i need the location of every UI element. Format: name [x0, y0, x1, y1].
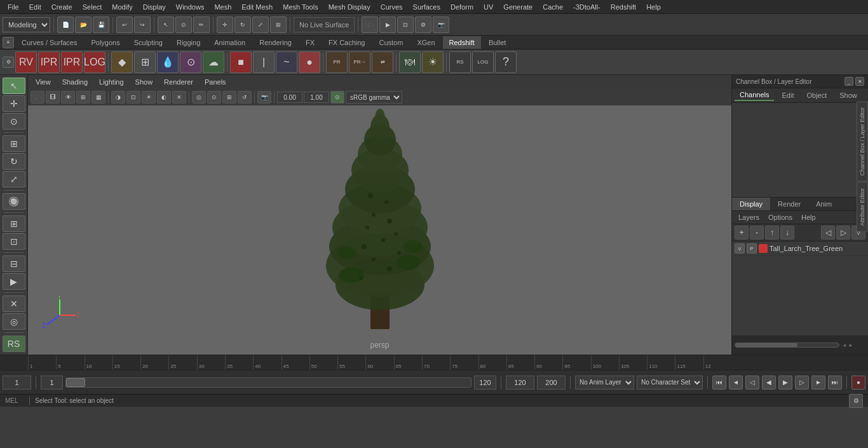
next-key-button[interactable]: ▷ [795, 376, 809, 390]
isolate-button[interactable]: ◎ [3, 313, 25, 330]
shelf-icon-circle-red[interactable]: ● [299, 51, 320, 73]
shelf-icon-pr2[interactable]: PR→ [349, 51, 370, 73]
shelf-options-button[interactable]: ≡ [3, 37, 14, 48]
xray-button[interactable]: ✕ [3, 295, 25, 312]
menu-mesh[interactable]: Mesh [209, 2, 236, 12]
shelf-icon-cube-red[interactable]: ■ [230, 51, 252, 73]
render-settings-button[interactable]: ⚙ [415, 17, 431, 33]
shelf-icon-rs-ipr[interactable]: IPR [38, 51, 60, 73]
timeline-playback-slider[interactable] [65, 377, 471, 388]
shelf-tab-polygons[interactable]: Polygons [85, 36, 126, 49]
le-toolbar-help[interactable]: Help [797, 212, 820, 222]
scale-tool-button[interactable]: ⤢ [252, 17, 269, 33]
attribute-editor-vtab[interactable]: Attribute Editor [857, 182, 868, 232]
menu-deform[interactable]: Deform [445, 2, 478, 12]
redo-button[interactable]: ↪ [134, 17, 151, 33]
layer-remove-button[interactable]: - [750, 226, 764, 240]
vp-menu-shading[interactable]: Shading [57, 77, 93, 87]
step-forward-button[interactable]: ► [811, 376, 825, 390]
redshift-icon-button[interactable]: RS [3, 336, 25, 352]
shelf-tab-rendering[interactable]: Rendering [253, 36, 298, 49]
le-toolbar-layers[interactable]: Layers [735, 212, 763, 222]
layer-pickable-button[interactable]: P [747, 243, 757, 254]
menu-mesh-display[interactable]: Mesh Display [323, 2, 376, 12]
paint-select-button[interactable]: ✏ [193, 17, 210, 33]
cb-tab-edit[interactable]: Edit [776, 90, 799, 100]
shelf-icon-rs-ipr2[interactable]: IPR [61, 51, 83, 73]
step-back-button[interactable]: ◄ [729, 376, 743, 390]
shelf-icon-question[interactable]: ? [495, 51, 517, 73]
shelf-tab-sculpting[interactable]: Sculpting [128, 36, 169, 49]
anim-layer-dropdown[interactable]: No Anim Layer [575, 376, 634, 390]
menu-file[interactable]: File [3, 2, 24, 12]
le-tab-render[interactable]: Render [770, 198, 808, 210]
layer-down-button[interactable]: ↓ [780, 226, 794, 240]
range-start-input[interactable] [41, 376, 63, 390]
menu-cache[interactable]: Cache [538, 2, 568, 12]
le-tab-anim[interactable]: Anim [808, 198, 839, 210]
max-end-frame-input[interactable] [506, 376, 534, 390]
shelf-tab-curves-surfaces[interactable]: Curves / Surfaces [15, 36, 83, 49]
snap-curve-button[interactable]: ⊡ [3, 233, 25, 250]
select-arrow-button[interactable]: ↖ [3, 78, 25, 94]
layer-visibility-button[interactable]: V [735, 243, 745, 254]
scale-button[interactable]: ⤢ [3, 171, 25, 187]
le-tab-display[interactable]: Display [732, 198, 770, 210]
menu-windows[interactable]: Windows [171, 2, 210, 12]
menu-select[interactable]: Select [78, 2, 107, 12]
menu-curves[interactable]: Curves [376, 2, 408, 12]
shelf-icon-rs-log[interactable]: LOG [84, 51, 105, 73]
max-range-input[interactable] [537, 376, 566, 390]
render-button[interactable]: ▶ [379, 17, 396, 33]
vp-shadow-btn[interactable]: ◐ [157, 91, 171, 104]
current-frame-input[interactable] [3, 376, 31, 390]
shelf-icon-pr3[interactable]: ⇄ [372, 51, 393, 73]
range-end-input[interactable] [474, 376, 496, 390]
channel-box-vtab[interactable]: Channel Box / Layer Editor [857, 102, 868, 182]
vp-eye-btn[interactable]: 👁 [61, 91, 75, 104]
transform-button[interactable]: ⊞ [3, 135, 25, 152]
shelf-tab-xgen[interactable]: XGen [410, 36, 441, 49]
shelf-icon-pipe[interactable]: | [253, 51, 275, 73]
display-layers-button[interactable]: ⊟ [3, 255, 25, 272]
move-pivot-button[interactable]: ✛ [3, 95, 25, 112]
vp-xray-btn[interactable]: ✕ [172, 91, 186, 104]
shelf-icon-rs-mat[interactable]: RS [449, 51, 471, 73]
menu-create[interactable]: Create [46, 2, 78, 12]
menu-uv[interactable]: UV [478, 2, 498, 12]
undo-button[interactable]: ↩ [116, 17, 133, 33]
shelf-icon-pr1[interactable]: PR [326, 51, 348, 73]
shelf-icon-diamond[interactable]: ◆ [111, 51, 133, 73]
cb-tab-show[interactable]: Show [834, 90, 862, 100]
vp-iso-btn[interactable]: ◎ [192, 91, 206, 104]
prev-key-button[interactable]: ◁ [745, 376, 759, 390]
vp-wire-btn[interactable]: ▦ [92, 91, 105, 104]
vp-menu-panels[interactable]: Panels [200, 77, 231, 87]
save-scene-button[interactable]: 💾 [93, 17, 109, 33]
le-toolbar-options[interactable]: Options [764, 212, 796, 222]
play-back-button[interactable]: ◀ [762, 376, 776, 390]
go-to-start-button[interactable]: ⏮ [712, 376, 726, 390]
menu-edit[interactable]: Edit [24, 2, 46, 12]
panel-minimize-button[interactable]: _ [844, 77, 853, 86]
ipr-button[interactable]: ⊡ [397, 17, 414, 33]
shelf-icon-grid[interactable]: ⊞ [134, 51, 156, 73]
vp-texture-btn[interactable]: ⊡ [126, 91, 140, 104]
vp-menu-show[interactable]: Show [130, 77, 158, 87]
shelf-icon-sphere[interactable]: ⊙ [180, 51, 201, 73]
timeline-slider-thumb[interactable] [66, 378, 85, 387]
select-tool-button[interactable]: ↖ [158, 17, 174, 33]
rotate-tool-button[interactable]: ↻ [234, 17, 251, 33]
go-to-end-button[interactable]: ⏭ [828, 376, 842, 390]
vp-menu-renderer[interactable]: Renderer [159, 77, 198, 87]
layer-row[interactable]: V P Tall_Larch_Tree_Green [732, 241, 868, 256]
vp-grid-btn[interactable]: ⊞ [76, 91, 90, 104]
vp-loop-btn[interactable]: ↺ [238, 91, 252, 104]
vp-menu-lighting[interactable]: Lighting [94, 77, 129, 87]
vp-shading-btn[interactable]: ◑ [111, 91, 125, 104]
shelf-tab-fx[interactable]: FX [299, 36, 321, 49]
menu-redshift[interactable]: Redshift [606, 2, 641, 12]
lasso-tool-button[interactable]: ⊙ [3, 113, 25, 130]
shelf-tab-rigging[interactable]: Rigging [170, 36, 207, 49]
menu-help[interactable]: Help [641, 2, 666, 12]
